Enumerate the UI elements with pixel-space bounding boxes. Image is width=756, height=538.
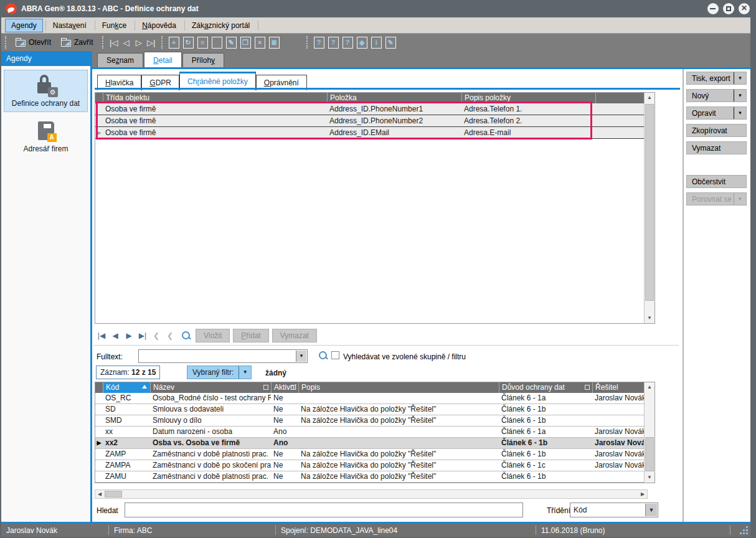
- help-document-icon[interactable]: ?: [314, 37, 324, 49]
- column-header[interactable]: Aktivní: [271, 382, 298, 393]
- tab-detail[interactable]: Detail: [144, 52, 182, 67]
- help-pages-icon[interactable]: ?: [343, 37, 353, 49]
- menu-napoveda[interactable]: Nápověda: [136, 19, 182, 32]
- record-row[interactable]: ZAMUZaměstnanci v době platnosti prac. p…: [95, 471, 654, 483]
- record-row[interactable]: SMDSmlouvy o díloNeNa záložce Hlavička d…: [95, 415, 654, 427]
- column-header[interactable]: Kód: [103, 382, 150, 393]
- next-record-icon[interactable]: ▷: [133, 38, 145, 47]
- fulltext-dropdown-icon[interactable]: ▼: [296, 351, 306, 362]
- notes-edit-icon[interactable]: ✎: [385, 37, 396, 49]
- compare-with-template-button[interactable]: Porovnat se vzorem▼: [686, 192, 747, 205]
- protected-items-table[interactable]: Třída objektuPoložkaPopis položkyOsoba v…: [95, 92, 655, 324]
- scroll-down-icon[interactable]: ▼: [645, 313, 654, 323]
- prior-record-icon[interactable]: ◁: [120, 38, 133, 47]
- column-filter-icon[interactable]: [585, 385, 590, 390]
- vertical-scroll-thumb[interactable]: [645, 104, 654, 301]
- copy-record-icon[interactable]: ❐: [240, 37, 251, 49]
- column-header[interactable]: Popis položky: [461, 93, 595, 103]
- vertical-scrollbar[interactable]: ▲▼: [644, 93, 654, 323]
- sort-select[interactable]: Kód ▼: [570, 503, 658, 517]
- record-row[interactable]: OS_RCOsoba_Rodné číslo - test ochrany RČ…: [95, 393, 654, 404]
- edit-record-icon[interactable]: ✎: [226, 37, 237, 49]
- filter-dropdown-icon[interactable]: ▼: [239, 366, 251, 379]
- protected-item-row[interactable]: Osoba ve firměAddress_ID.PhoneNumber2Adr…: [95, 115, 654, 127]
- nav-prior-icon[interactable]: ◀: [108, 331, 122, 340]
- scroll-left-icon[interactable]: ◀: [95, 490, 104, 498]
- column-header[interactable]: Položka: [327, 93, 461, 103]
- compare-dropdown-icon[interactable]: ▼: [734, 193, 746, 205]
- menu-nastaveni[interactable]: Nastavení: [47, 19, 92, 32]
- nav-next-page-icon[interactable]: ❮: [163, 331, 177, 340]
- protected-item-row[interactable]: Osoba ve firměAddress_ID.PhoneNumber1Adr…: [95, 103, 654, 115]
- column-filter-icon[interactable]: [263, 385, 268, 390]
- scroll-right-icon[interactable]: ▶: [638, 490, 647, 498]
- menu-agendy[interactable]: Agendy: [5, 19, 43, 32]
- sidebar-item-definice-ochrany-dat[interactable]: ⚙ Definice ochrany dat: [4, 70, 88, 112]
- delete-record-icon[interactable]: ×: [255, 37, 265, 49]
- protected-item-row[interactable]: ▶Osoba ve firměAddress_ID.EMailAdresa.E-…: [95, 127, 654, 139]
- column-header[interactable]: Třída objektu: [103, 93, 327, 103]
- delete-row-button[interactable]: Vymazat: [272, 329, 317, 342]
- nav-prior-page-icon[interactable]: ❮: [149, 331, 163, 340]
- nav-first-icon[interactable]: |◀: [95, 331, 108, 340]
- vertical-scrollbar[interactable]: ▲▼: [644, 382, 654, 483]
- close-button[interactable]: ✕: [739, 3, 750, 14]
- scroll-up-icon[interactable]: ▲: [645, 93, 654, 103]
- refresh-window-icon[interactable]: ↻: [183, 37, 194, 49]
- fulltext-input[interactable]: ▼: [138, 349, 308, 363]
- sort-dropdown-icon[interactable]: ▼: [645, 504, 657, 516]
- scroll-down-icon[interactable]: ▼: [645, 473, 654, 483]
- nav-next-icon[interactable]: ▶: [122, 331, 136, 340]
- new-button[interactable]: Nový▼: [686, 89, 747, 102]
- horizontal-scrollbar[interactable]: ◀ ▶: [95, 489, 648, 499]
- close-agenda-button[interactable]: Zavřít: [56, 36, 98, 49]
- open-agenda-button[interactable]: Otevřít: [11, 36, 56, 49]
- copy-button[interactable]: Zkopírovat: [686, 124, 747, 137]
- sidebar-item-adresar-firem[interactable]: A Adresář firem: [4, 116, 88, 157]
- new-document-icon[interactable]: [212, 37, 222, 49]
- menu-zakaznicky-portal[interactable]: Zákaznický portál: [186, 19, 255, 32]
- maximize-button[interactable]: [723, 3, 734, 14]
- grid-search-icon[interactable]: [181, 330, 192, 341]
- column-header[interactable]: Řešitel: [592, 382, 645, 393]
- tab-prilohy[interactable]: Přílohy: [182, 53, 224, 67]
- info-icon[interactable]: i: [371, 37, 382, 49]
- first-record-icon[interactable]: |◁: [108, 38, 120, 47]
- add-row-button[interactable]: Přidat: [233, 329, 268, 342]
- related-topics-icon[interactable]: ◈: [357, 37, 367, 49]
- print-export-dropdown-icon[interactable]: ▼: [734, 72, 746, 84]
- record-row[interactable]: ▶xx2Osba vs. Osoba ve firměAnoČlánek 6 -…: [95, 438, 654, 449]
- scroll-up-icon[interactable]: ▲: [645, 382, 654, 392]
- record-row[interactable]: ZAMPZaměstnanci v době platnosti prac. p…: [95, 449, 654, 460]
- record-row[interactable]: ZAMPAZaměstnanci v době po skočení prac.…: [95, 460, 654, 471]
- resize-grip[interactable]: [740, 527, 748, 534]
- last-record-icon[interactable]: ▷|: [145, 38, 158, 47]
- search-input[interactable]: [125, 503, 523, 517]
- record-row[interactable]: SDSmlouva s dodavateliNeNa záložce Hlavi…: [95, 404, 654, 415]
- report-list-icon[interactable]: ≣: [269, 37, 280, 49]
- minimize-button[interactable]: [707, 3, 719, 14]
- delete-button[interactable]: Vymazat: [686, 141, 747, 154]
- edit-button[interactable]: Opravit▼: [686, 106, 747, 120]
- nav-last-icon[interactable]: ▶|: [136, 331, 149, 340]
- insert-row-button[interactable]: Vložit: [196, 329, 230, 342]
- menu-funkce[interactable]: Funkce: [97, 19, 132, 32]
- record-row[interactable]: xxDatum narozeni - osobaAnoČlánek 6 - 1a…: [95, 427, 654, 438]
- print-icon[interactable]: ≡: [197, 37, 208, 49]
- fulltext-search-icon[interactable]: [318, 350, 329, 361]
- horizontal-scroll-thumb[interactable]: [105, 491, 122, 498]
- print-export-button[interactable]: Tisk, export▼: [686, 72, 747, 85]
- column-header[interactable]: Důvod ochrany dat: [499, 382, 592, 393]
- column-header[interactable]: Popis: [298, 382, 499, 393]
- column-header[interactable]: Název: [150, 382, 271, 393]
- open-in-new-window-icon[interactable]: +: [169, 37, 179, 49]
- vertical-scroll-thumb[interactable]: [645, 437, 654, 471]
- edit-dropdown-icon[interactable]: ▼: [734, 107, 746, 119]
- search-in-group-checkbox[interactable]: [331, 351, 339, 359]
- column-filter-icon[interactable]: [291, 385, 296, 390]
- records-table[interactable]: KódNázevAktivníPopisDůvod ochrany datŘeš…: [95, 382, 655, 483]
- tab-seznam[interactable]: Seznam: [97, 53, 143, 67]
- selected-filter-button[interactable]: Vybraný filtr: ▼: [187, 366, 252, 379]
- new-dropdown-icon[interactable]: ▼: [734, 90, 746, 101]
- refresh-button[interactable]: Občerstvit: [686, 175, 747, 188]
